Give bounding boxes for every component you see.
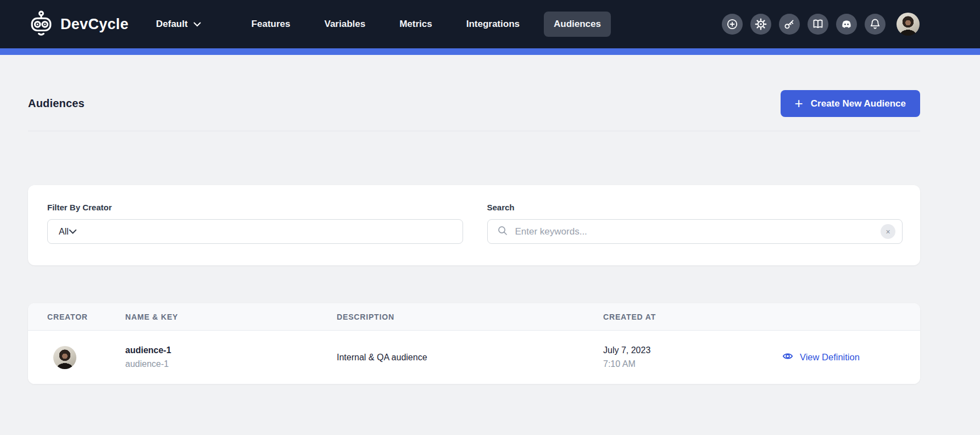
nav-item-metrics[interactable]: Metrics	[389, 12, 442, 37]
creator-select-value: All	[59, 227, 69, 237]
create-new-audience-label: Create New Audience	[811, 98, 906, 109]
search-label: Search	[487, 203, 903, 212]
chevron-down-icon	[193, 19, 201, 30]
created-at-cell: July 7, 2023 7:10 AM	[603, 345, 754, 369]
column-header-name-key: NAME & KEY	[125, 313, 337, 321]
creator-cell	[47, 346, 125, 369]
docs-button[interactable]	[808, 14, 828, 35]
nav-item-audiences[interactable]: Audiences	[544, 12, 611, 37]
creator-select[interactable]: All	[47, 219, 463, 244]
nav-item-integrations[interactable]: Integrations	[456, 12, 530, 37]
user-avatar[interactable]	[897, 13, 920, 36]
navbar-actions	[722, 13, 920, 36]
discord-button[interactable]	[836, 14, 857, 35]
name-key-cell: audience-1 audience-1	[125, 345, 337, 369]
nav-item-variables[interactable]: Variables	[314, 12, 375, 37]
primary-navigation: Features Variables Metrics Integrations …	[227, 12, 611, 37]
table-header-row: CREATOR NAME & KEY DESCRIPTION CREATED A…	[28, 303, 920, 331]
top-navbar: DevCycle Default Features Variables Metr…	[0, 0, 980, 48]
actions-cell: View Definition	[754, 351, 920, 364]
created-time: 7:10 AM	[603, 359, 754, 369]
search-box: ×	[487, 219, 903, 244]
devcycle-robot-icon	[29, 10, 54, 38]
chevron-down-icon	[69, 227, 77, 237]
settings-button[interactable]	[750, 14, 771, 35]
gear-icon	[754, 18, 767, 31]
audience-key: audience-1	[125, 359, 337, 369]
table-row: audience-1 audience-1 Internal & QA audi…	[28, 331, 920, 384]
add-button[interactable]	[722, 14, 743, 35]
accent-bar	[0, 48, 980, 55]
brand-name: DevCycle	[60, 16, 129, 33]
eye-icon	[782, 351, 794, 364]
view-definition-label: View Definition	[800, 352, 860, 362]
plus-circle-icon	[726, 18, 739, 31]
search-input[interactable]	[515, 226, 875, 237]
nav-item-features[interactable]: Features	[242, 12, 300, 37]
column-header-description: DESCRIPTION	[337, 313, 603, 321]
project-dropdown[interactable]: Default	[156, 19, 201, 30]
main-content: Audiences + Create New Audience Filter B…	[0, 90, 980, 384]
book-icon	[811, 18, 825, 31]
page-header: Audiences + Create New Audience	[28, 90, 920, 117]
header-divider	[28, 131, 920, 131]
filter-card: Filter By Creator All Search	[28, 185, 920, 265]
created-date: July 7, 2023	[603, 345, 754, 355]
filter-by-creator-label: Filter By Creator	[47, 203, 463, 212]
page-title: Audiences	[28, 97, 85, 110]
api-keys-button[interactable]	[779, 14, 800, 35]
column-header-creator: CREATOR	[47, 313, 125, 321]
project-dropdown-label: Default	[156, 19, 188, 30]
devcycle-logo[interactable]: DevCycle	[29, 10, 129, 38]
notifications-button[interactable]	[865, 14, 886, 35]
column-header-created-at: CREATED AT	[603, 313, 754, 321]
view-definition-link[interactable]: View Definition	[782, 351, 860, 364]
create-new-audience-button[interactable]: + Create New Audience	[781, 90, 920, 117]
clear-search-button[interactable]: ×	[881, 224, 895, 239]
creator-filter-group: Filter By Creator All	[47, 203, 463, 265]
discord-icon	[840, 18, 853, 31]
description-cell: Internal & QA audience	[337, 353, 603, 362]
key-icon	[783, 18, 796, 31]
bell-icon	[868, 18, 882, 31]
devcycle-audiences-page: DevCycle Default Features Variables Metr…	[0, 0, 980, 435]
audiences-table: CREATOR NAME & KEY DESCRIPTION CREATED A…	[28, 303, 920, 384]
audience-name: audience-1	[125, 345, 337, 355]
creator-avatar	[53, 346, 76, 369]
search-group: Search ×	[487, 203, 903, 265]
plus-icon: +	[795, 96, 803, 110]
search-icon	[497, 225, 509, 239]
